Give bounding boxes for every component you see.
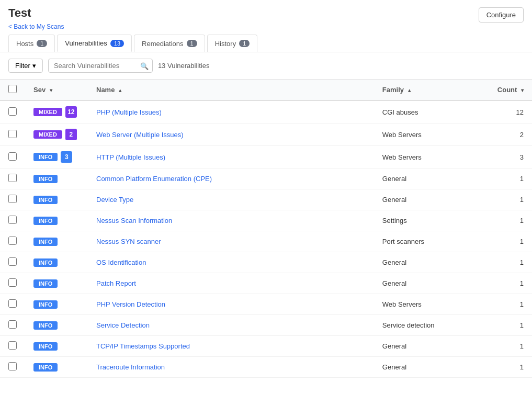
vulnerability-count: 1 — [489, 231, 532, 252]
col-family-label: Family — [382, 86, 404, 94]
vulnerability-name[interactable]: Device Type — [88, 189, 374, 210]
back-to-scans-link[interactable]: < Back to My Scans — [8, 23, 64, 30]
severity-badge: INFO — [33, 342, 58, 351]
tab-vulnerabilities-badge: 13 — [110, 40, 124, 47]
configure-button[interactable]: Configure — [479, 7, 524, 23]
table-row: INFO Common Platform Enumeration (CPE)Ge… — [0, 168, 532, 189]
table-row: INFO Device TypeGeneral1 — [0, 189, 532, 210]
col-count-sort-icon: ▾ — [521, 87, 524, 93]
col-sev-label: Sev — [33, 86, 46, 94]
table-row: INFO Nessus Scan InformationSettings1 — [0, 210, 532, 231]
severity-badge: INFO — [33, 217, 58, 225]
vulnerability-name[interactable]: Web Server (Multiple Issues) — [88, 123, 374, 146]
tab-hosts-label: Hosts — [16, 40, 33, 48]
vulnerability-name[interactable]: Traceroute Information — [88, 357, 374, 378]
col-header-sev[interactable]: Sev ▾ — [25, 80, 88, 100]
col-count-label: Count — [497, 86, 517, 94]
vulnerability-family: Settings — [374, 210, 489, 231]
severity-badge: MIXED — [33, 108, 62, 116]
page-title: Test — [8, 6, 524, 20]
row-checkbox[interactable] — [8, 195, 17, 203]
vulnerability-name[interactable]: Nessus Scan Information — [88, 210, 374, 231]
severity-count-badge: 2 — [65, 129, 77, 140]
row-checkbox[interactable] — [8, 299, 17, 308]
vulnerability-name[interactable]: Service Detection — [88, 315, 374, 336]
vulnerability-name[interactable]: OS Identification — [88, 252, 374, 273]
vulnerability-family: General — [374, 252, 489, 273]
col-name-label: Name — [96, 86, 115, 94]
severity-badge: INFO — [33, 196, 58, 204]
vulnerability-family: Service detection — [374, 315, 489, 336]
tab-remediations-badge: 1 — [187, 40, 197, 47]
tab-history[interactable]: History 1 — [207, 35, 258, 52]
table-row: INFO Patch ReportGeneral1 — [0, 273, 532, 294]
filter-button[interactable]: Filter ▾ — [8, 59, 43, 73]
vulnerability-family: General — [374, 273, 489, 294]
row-checkbox[interactable] — [8, 341, 17, 350]
severity-badge: INFO — [33, 238, 58, 246]
select-all-checkbox-header[interactable] — [0, 80, 25, 100]
table-row: MIXED 2 Web Server (Multiple Issues)Web … — [0, 123, 532, 146]
severity-badge: INFO — [33, 363, 58, 372]
vulnerability-count: 13 Vulnerabilities — [158, 62, 210, 70]
col-sev-sort-icon: ▾ — [50, 87, 52, 93]
table-row: INFO 3 HTTP (Multiple Issues)Web Servers… — [0, 146, 532, 168]
tab-vulnerabilities[interactable]: Vulnerabilities 13 — [57, 35, 132, 52]
row-checkbox[interactable] — [8, 257, 17, 266]
vulnerability-name[interactable]: Common Platform Enumeration (CPE) — [88, 168, 374, 189]
severity-badge: INFO — [33, 258, 58, 267]
vulnerability-count: 12 — [489, 100, 532, 123]
severity-badge: INFO — [33, 153, 58, 161]
vulnerabilities-table: Sev ▾ Name ▴ Family ▴ Count ▾ — [0, 80, 532, 378]
vulnerability-family: General — [374, 357, 489, 378]
filter-label: Filter — [15, 62, 30, 70]
tab-hosts[interactable]: Hosts 1 — [8, 35, 55, 52]
row-checkbox[interactable] — [8, 278, 17, 287]
table-row: INFO Traceroute InformationGeneral1 — [0, 357, 532, 378]
vulnerability-count: 1 — [489, 210, 532, 231]
table-row: MIXED 12 PHP (Multiple Issues)CGI abuses… — [0, 100, 532, 123]
row-checkbox[interactable] — [8, 237, 17, 245]
table-row: INFO TCP/IP Timestamps SupportedGeneral1 — [0, 336, 532, 357]
tab-history-badge: 1 — [239, 40, 250, 47]
row-checkbox[interactable] — [8, 107, 17, 116]
vulnerability-name[interactable]: Patch Report — [88, 273, 374, 294]
tab-remediations-label: Remediations — [142, 40, 184, 48]
vulnerability-name[interactable]: PHP (Multiple Issues) — [88, 100, 374, 123]
search-wrapper: 🔍 — [48, 59, 153, 73]
vulnerability-name[interactable]: PHP Version Detection — [88, 294, 374, 315]
filter-chevron-icon: ▾ — [32, 62, 36, 70]
vulnerability-count: 1 — [489, 273, 532, 294]
row-checkbox[interactable] — [8, 320, 17, 329]
row-checkbox[interactable] — [8, 174, 17, 182]
vulnerability-family: Web Servers — [374, 146, 489, 168]
vulnerability-count: 1 — [489, 189, 532, 210]
vulnerability-family: Web Servers — [374, 123, 489, 146]
row-checkbox[interactable] — [8, 152, 17, 161]
vulnerability-name[interactable]: Nessus SYN scanner — [88, 231, 374, 252]
row-checkbox[interactable] — [8, 216, 17, 224]
table-row: INFO Service DetectionService detection1 — [0, 315, 532, 336]
col-header-count[interactable]: Count ▾ — [489, 80, 532, 100]
tab-vulnerabilities-label: Vulnerabilities — [65, 39, 107, 47]
vulnerability-family: General — [374, 336, 489, 357]
severity-badge: INFO — [33, 300, 58, 309]
tab-bar: Hosts 1 Vulnerabilities 13 Remediations … — [8, 35, 524, 52]
tab-remediations[interactable]: Remediations 1 — [134, 35, 205, 52]
select-all-checkbox[interactable] — [8, 85, 17, 93]
search-input[interactable] — [48, 59, 153, 73]
row-checkbox[interactable] — [8, 362, 17, 370]
col-header-family[interactable]: Family ▴ — [374, 80, 489, 100]
vulnerability-count: 1 — [489, 252, 532, 273]
vulnerability-count: 2 — [489, 123, 532, 146]
vulnerability-name[interactable]: HTTP (Multiple Issues) — [88, 146, 374, 168]
tab-history-label: History — [215, 40, 236, 48]
vulnerability-name[interactable]: TCP/IP Timestamps Supported — [88, 336, 374, 357]
row-checkbox[interactable] — [8, 130, 17, 138]
table-row: INFO PHP Version DetectionWeb Servers1 — [0, 294, 532, 315]
search-icon: 🔍 — [140, 62, 149, 70]
tab-hosts-badge: 1 — [37, 40, 47, 47]
vulnerability-count: 1 — [489, 336, 532, 357]
col-header-name[interactable]: Name ▴ — [88, 80, 374, 100]
vulnerabilities-table-container: Sev ▾ Name ▴ Family ▴ Count ▾ — [0, 80, 532, 378]
